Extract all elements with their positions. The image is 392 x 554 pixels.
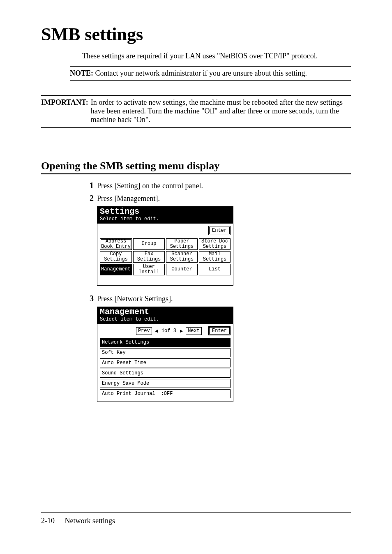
intro-text: These settings are required if your LAN … <box>82 52 351 60</box>
note-label: NOTE: <box>70 69 93 77</box>
list-item-label: Auto Reset Time <box>102 360 146 366</box>
fax-settings-button[interactable]: Fax Settings <box>133 251 165 263</box>
step-number: 2 <box>82 194 94 203</box>
step-text: Press [Management]. <box>97 194 160 203</box>
step-number: 1 <box>82 181 94 190</box>
list-button[interactable]: List <box>199 264 231 275</box>
important-block: IMPORTANT: In order to activate new sett… <box>41 95 351 128</box>
mail-settings-button[interactable]: Mail Settings <box>199 251 231 263</box>
screen1-subtitle: Select item to edit. <box>100 216 231 222</box>
step-1: 1 Press [Setting] on the control panel. <box>82 181 351 190</box>
step-text: Press [Setting] on the control panel. <box>97 181 203 190</box>
footer-section: Network settings <box>65 517 115 525</box>
step-3: 3 Press [Network Settings]. <box>82 294 351 303</box>
sound-settings-item[interactable]: Sound Settings <box>100 369 231 378</box>
management-button[interactable]: Management <box>100 264 132 275</box>
step-number: 3 <box>82 294 94 303</box>
list-item-label: Sound Settings <box>102 370 143 376</box>
page-indicator: 1of 3 <box>161 328 177 334</box>
address-book-entry-button[interactable]: Address Book Entry <box>100 238 132 250</box>
network-settings-item[interactable]: Network Settings <box>100 338 231 347</box>
left-arrow-icon: ◀ <box>154 328 159 334</box>
counter-button[interactable]: Counter <box>166 264 198 275</box>
note-text: Contact your network administrator if yo… <box>95 69 307 77</box>
note-block: NOTE: Contact your network administrator… <box>70 66 351 81</box>
store-doc-settings-button[interactable]: Store Doc Settings <box>199 238 231 250</box>
page-footer: 2-10 Network settings <box>41 517 115 525</box>
screen1-title: Settings <box>100 208 231 216</box>
prev-button[interactable]: Prev <box>136 327 152 335</box>
soft-key-item[interactable]: Soft Key <box>100 348 231 357</box>
list-item-label: Soft Key <box>102 350 126 355</box>
list-item-label: Energy Save Mode <box>102 381 149 386</box>
copy-settings-button[interactable]: Copy Settings <box>100 251 132 263</box>
section-heading: Opening the SMB setting menu display <box>41 160 351 175</box>
enter-button[interactable]: Enter <box>208 226 231 235</box>
screen2-title: Management <box>100 308 231 316</box>
important-text: In order to activate new settings, the m… <box>91 98 351 124</box>
list-item-value: :OFF <box>161 391 173 397</box>
page-title: SMB settings <box>41 25 351 44</box>
user-install-button[interactable]: User Install <box>133 264 165 275</box>
auto-reset-time-item[interactable]: Auto Reset Time <box>100 358 231 367</box>
next-button[interactable]: Next <box>186 327 202 335</box>
group-button[interactable]: Group <box>133 238 165 250</box>
important-label: IMPORTANT: <box>41 98 88 107</box>
management-screen: Management Select item to edit. Prev ◀ 1… <box>97 307 233 402</box>
energy-save-mode-item[interactable]: Energy Save Mode <box>100 379 231 388</box>
step-text: Press [Network Settings]. <box>97 294 173 303</box>
auto-print-journal-item[interactable]: Auto Print Journal :OFF <box>100 389 231 398</box>
scanner-settings-button[interactable]: Scanner Settings <box>166 251 198 263</box>
settings-screen: Settings Select item to edit. Enter Addr… <box>97 206 233 286</box>
list-item-label: Network Settings <box>102 339 149 345</box>
right-arrow-icon: ▶ <box>179 328 184 334</box>
list-item-label: Auto Print Journal <box>102 391 155 397</box>
screen2-subtitle: Select item to edit. <box>100 316 231 322</box>
footer-page-number: 2-10 <box>41 517 55 525</box>
paper-settings-button[interactable]: Paper Settings <box>166 238 198 250</box>
step-2: 2 Press [Management]. <box>82 194 351 203</box>
enter-button[interactable]: Enter <box>208 326 231 335</box>
